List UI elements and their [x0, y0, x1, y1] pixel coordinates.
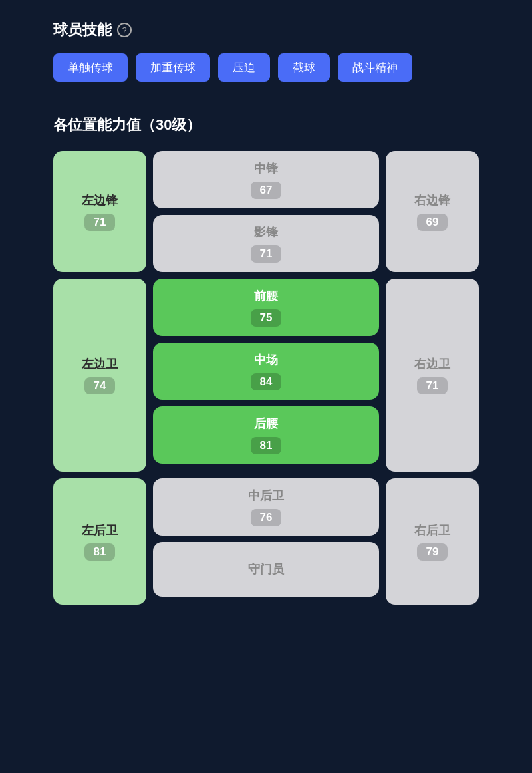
pos-value-right-winger: 69 [417, 214, 448, 231]
pos-value-left-cb: 81 [84, 543, 116, 561]
pos-card-cam[interactable]: 前腰 75 [153, 279, 379, 336]
pos-name-left-cb: 左后卫 [82, 522, 118, 538]
skills-title: 球员技能 ? [53, 20, 479, 40]
pos-value-cm: 84 [251, 373, 282, 390]
skill-badge-0[interactable]: 单触传球 [53, 53, 128, 82]
pos-name-cdm: 后腰 [254, 416, 278, 432]
pos-value-left-winger: 71 [84, 214, 116, 231]
pos-name-right-cb: 右后卫 [414, 522, 450, 538]
positions-title: 各位置能力值（30级） [53, 115, 479, 135]
pos-card-striker[interactable]: 中锋 67 [153, 151, 379, 208]
skill-badge-2[interactable]: 压迫 [218, 53, 270, 82]
pos-card-left-back[interactable]: 左边卫 74 [53, 279, 146, 472]
pos-mid-group-3: 中后卫 76 守门员 [153, 478, 379, 605]
pos-mid-group-2: 前腰 75 中场 84 后腰 81 [153, 279, 379, 472]
pos-card-gk[interactable]: 守门员 [153, 542, 379, 597]
skill-badge-3[interactable]: 截球 [278, 53, 330, 82]
pos-card-cdm[interactable]: 后腰 81 [153, 406, 379, 464]
positions-layout: 左边锋 71 中锋 67 影锋 71 右边锋 69 [53, 151, 479, 605]
pos-name-gk: 守门员 [248, 561, 284, 577]
pos-name-cm: 中场 [254, 352, 278, 368]
pos-value-shadow-striker: 71 [251, 245, 282, 263]
pos-name-cb: 中后卫 [248, 488, 284, 504]
pos-name-right-back: 右边卫 [414, 356, 450, 372]
positions-row-2: 左边卫 74 前腰 75 中场 84 后腰 81 右边卫 [53, 279, 479, 472]
pos-value-right-cb: 79 [417, 543, 448, 561]
help-icon[interactable]: ? [117, 23, 132, 37]
pos-card-right-cb[interactable]: 右后卫 79 [386, 478, 479, 605]
skills-title-text: 球员技能 [53, 20, 112, 40]
pos-card-cb[interactable]: 中后卫 76 [153, 478, 379, 536]
pos-card-shadow-striker[interactable]: 影锋 71 [153, 215, 379, 272]
pos-card-cm[interactable]: 中场 84 [153, 343, 379, 400]
pos-value-cb: 76 [251, 509, 282, 526]
skills-section: 球员技能 ? 单触传球加重传球压迫截球战斗精神 [53, 20, 479, 82]
pos-value-striker: 67 [251, 182, 282, 199]
pos-name-shadow-striker: 影锋 [254, 224, 278, 240]
pos-name-striker: 中锋 [254, 160, 278, 176]
pos-card-right-winger[interactable]: 右边锋 69 [386, 151, 479, 272]
pos-name-left-winger: 左边锋 [82, 192, 118, 208]
pos-name-left-back: 左边卫 [82, 356, 118, 372]
skill-badge-1[interactable]: 加重传球 [136, 53, 210, 82]
pos-mid-group-1: 中锋 67 影锋 71 [153, 151, 379, 272]
pos-card-left-winger[interactable]: 左边锋 71 [53, 151, 146, 272]
positions-section: 各位置能力值（30级） 左边锋 71 中锋 67 影锋 71 [53, 115, 479, 605]
skills-list: 单触传球加重传球压迫截球战斗精神 [53, 53, 479, 82]
positions-row-1: 左边锋 71 中锋 67 影锋 71 右边锋 69 [53, 151, 479, 272]
pos-value-cdm: 81 [251, 437, 282, 454]
positions-row-3: 左后卫 81 中后卫 76 守门员 右后卫 79 [53, 478, 479, 605]
pos-value-cam: 75 [251, 309, 282, 327]
pos-card-left-cb[interactable]: 左后卫 81 [53, 478, 146, 605]
skill-badge-4[interactable]: 战斗精神 [338, 53, 412, 82]
pos-value-right-back: 71 [417, 377, 448, 394]
pos-value-left-back: 74 [84, 377, 116, 394]
pos-name-right-winger: 右边锋 [414, 192, 450, 208]
pos-name-cam: 前腰 [254, 288, 278, 304]
pos-card-right-back[interactable]: 右边卫 71 [386, 279, 479, 472]
